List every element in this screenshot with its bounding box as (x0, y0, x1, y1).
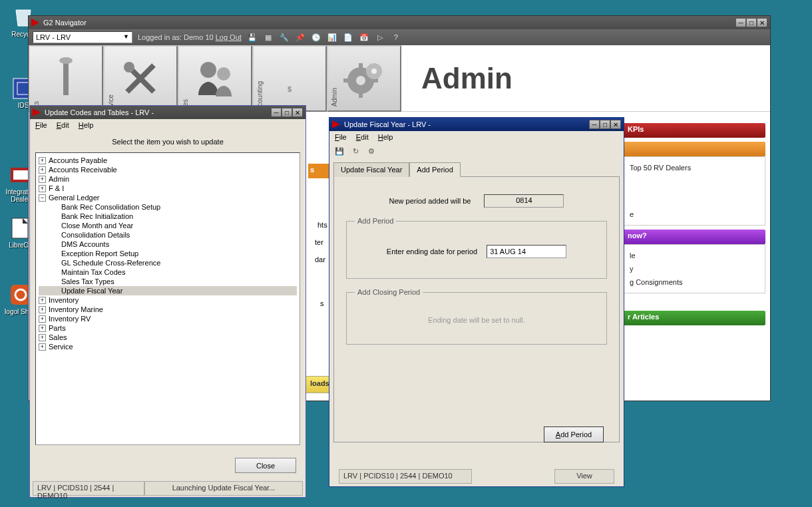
menu-file[interactable]: File (35, 121, 47, 129)
help-icon[interactable]: ? (391, 32, 401, 43)
minimize-button[interactable]: ─ (271, 108, 282, 117)
clock-icon[interactable]: 🕓 (311, 32, 321, 43)
expand-icon[interactable]: + (39, 315, 46, 323)
dash-link[interactable]: e (630, 208, 758, 221)
titlebar-fiscal[interactable]: Update Fiscal Year - LRV - ─ □ ✕ (329, 118, 624, 131)
tree-leaf[interactable]: GL Schedule Cross-Reference (39, 258, 297, 267)
titlebar-codes[interactable]: Update Codes and Tables - LRV - ─ □ ✕ (30, 106, 305, 119)
close-button[interactable]: ✕ (610, 120, 621, 129)
expand-icon[interactable]: + (39, 334, 46, 341)
save-icon[interactable]: 💾 (247, 32, 258, 43)
window-update-fiscal: Update Fiscal Year - LRV - ─ □ ✕ File Ed… (329, 117, 624, 487)
tabs-fiscal: Update Fiscal Year Add Period (329, 162, 624, 176)
module-users[interactable]: es (178, 45, 252, 112)
menu-edit[interactable]: Edit (57, 121, 69, 129)
doc-icon[interactable]: 📄 (343, 32, 353, 43)
expand-icon[interactable]: + (39, 185, 46, 192)
tree-node[interactable]: +Inventory Marine (39, 305, 297, 314)
svg-rect-16 (359, 91, 363, 98)
dash-link[interactable]: g Consignments (630, 275, 758, 289)
tree-node[interactable]: +Accounts Receivable (39, 165, 297, 174)
module-service[interactable]: vice (103, 45, 178, 112)
add-period-button[interactable]: Add Period (544, 426, 604, 442)
tree-leaf[interactable]: Maintain Tax Codes (39, 267, 297, 277)
status-left: LRV | PCIDS10 | 2544 | DEMO10 (33, 481, 144, 496)
svg-rect-3 (13, 170, 28, 180)
location-dropdown[interactable]: LRV - LRV▼ (33, 31, 132, 43)
expand-icon[interactable]: + (39, 297, 46, 304)
closing-note: Ending date will be set to null. (355, 307, 598, 333)
dash-link[interactable]: y (630, 262, 758, 275)
module-parts[interactable]: ts (29, 45, 103, 112)
minimize-button[interactable]: ─ (589, 120, 600, 129)
tree-node[interactable]: +Parts (39, 323, 297, 333)
calendar-icon[interactable]: 📅 (359, 32, 369, 43)
expand-icon[interactable]: + (39, 343, 46, 351)
close-button[interactable]: ✕ (757, 18, 767, 27)
expand-icon[interactable]: + (39, 157, 46, 164)
ending-date-label: Enter ending date for period (387, 248, 477, 255)
close-button-dialog[interactable]: Close (235, 458, 296, 473)
tab-update-fiscal-year[interactable]: Update Fiscal Year (333, 162, 409, 177)
tool-icon[interactable]: 🔧 (279, 32, 290, 43)
gear-icon[interactable]: ⚙ (365, 145, 377, 157)
toolbar-main: LRV - LRV▼ Logged in as: Demo 10 Log Out… (29, 29, 770, 45)
tree-leaf[interactable]: Consolidation Details (39, 230, 297, 240)
fieldset-closing-period: Add Closing Period Ending date will be s… (346, 288, 607, 345)
module-admin[interactable]: Admin (327, 45, 401, 112)
title-main: G2 Navigator (43, 19, 735, 27)
tree-node[interactable]: +Service (39, 342, 297, 351)
maximize-button[interactable]: □ (282, 108, 292, 117)
play-icon[interactable]: ▷ (375, 32, 385, 43)
expand-icon[interactable]: + (39, 166, 46, 174)
expand-icon[interactable]: + (39, 176, 46, 183)
close-button[interactable]: ✕ (292, 108, 303, 117)
tree-leaf[interactable]: Bank Rec Consolidation Setup (39, 202, 297, 212)
status-right: Launching Update Fiscal Year... (144, 481, 303, 496)
tree-node[interactable]: +Inventory (39, 295, 297, 305)
tree-node[interactable]: +Sales (39, 333, 297, 342)
logged-in-user: Demo 10 (184, 33, 214, 41)
expand-icon[interactable]: − (39, 194, 46, 202)
tree-leaf[interactable]: DMS Accounts (39, 240, 297, 249)
minimize-button[interactable]: ─ (735, 18, 746, 27)
menu-edit[interactable]: Edit (356, 133, 369, 141)
titlebar-main[interactable]: G2 Navigator ─ □ ✕ (29, 16, 770, 29)
tree-node[interactable]: −General Ledger (39, 193, 297, 202)
dash-link[interactable]: le (630, 249, 758, 262)
menu-file[interactable]: File (335, 133, 347, 141)
tree-node[interactable]: +Accounts Payable (39, 156, 297, 165)
maximize-button[interactable]: □ (746, 18, 757, 27)
expand-icon[interactable]: + (39, 306, 46, 313)
save-icon[interactable]: 💾 (333, 145, 345, 157)
dashboard-column: KPIs Top 50 RV Dealers e now? le y g Con… (622, 123, 765, 325)
chart-icon[interactable]: 📊 (327, 32, 337, 43)
pin-icon[interactable]: 📌 (295, 32, 305, 43)
tree-leaf[interactable]: Sales Tax Types (39, 277, 297, 286)
menu-fiscal: File Edit Help (329, 131, 624, 143)
tree-leaf[interactable]: Bank Rec Initialization (39, 212, 297, 221)
app-logo-icon (33, 108, 41, 116)
ending-date-input[interactable] (487, 245, 566, 258)
tree-leaf[interactable]: Close Month and Year (39, 221, 297, 230)
tree-leaf[interactable]: Update Fiscal Year (39, 286, 297, 295)
module-accounting[interactable]: counting $ (252, 45, 327, 112)
expand-icon[interactable]: + (39, 325, 46, 332)
svg-rect-7 (63, 59, 69, 95)
tree-codes[interactable]: +Accounts Payable+Accounts Receivable+Ad… (35, 152, 300, 445)
menu-help[interactable]: Help (378, 133, 393, 141)
status-left-fiscal: LRV | PCIDS10 | 2544 | DEMO10 (339, 469, 472, 484)
grid-icon[interactable]: ▦ (263, 32, 274, 43)
menu-help[interactable]: Help (79, 121, 94, 129)
tree-node[interactable]: +F & I (39, 184, 297, 193)
tree-node[interactable]: +Inventory RV (39, 314, 297, 323)
tab-add-period[interactable]: Add Period (409, 162, 460, 177)
dash-articles-header: r Articles (622, 311, 765, 325)
refresh-icon[interactable]: ↻ (349, 145, 361, 157)
tree-leaf[interactable]: Exception Report Setup (39, 249, 297, 258)
dash-link[interactable]: Top 50 RV Dealers (630, 161, 758, 174)
logout-link[interactable]: Log Out (216, 33, 242, 41)
dash-now-header: now? (622, 230, 765, 244)
tree-node[interactable]: +Admin (39, 174, 297, 184)
maximize-button[interactable]: □ (600, 120, 610, 129)
